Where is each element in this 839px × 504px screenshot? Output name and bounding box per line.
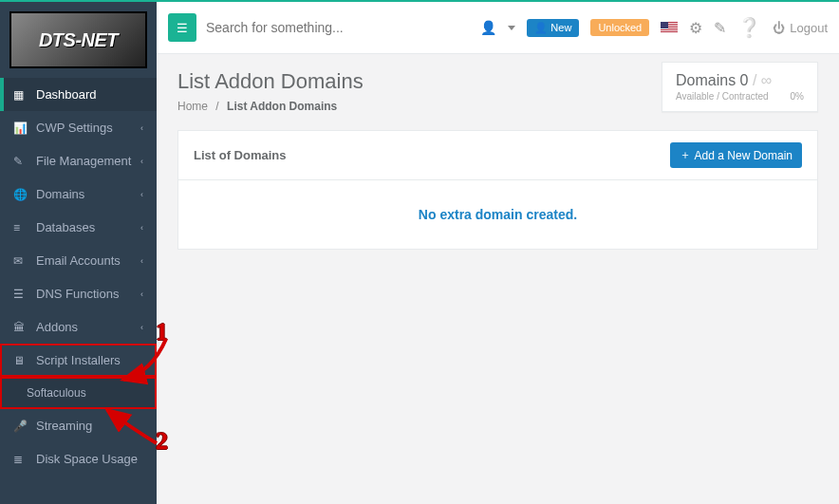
building-icon: 🏛	[13, 321, 28, 334]
sidebar-item-label: File Management	[36, 154, 131, 168]
breadcrumb: Home / List Addon Domains	[177, 100, 364, 113]
mail-icon: ✉	[13, 254, 28, 268]
flag-us-icon[interactable]	[661, 22, 678, 33]
sidebar-item-label: Softaculous	[27, 386, 86, 400]
globe-icon: 🌐	[13, 188, 28, 201]
sidebar-item-dns-functions[interactable]: ☰ DNS Functions ‹	[0, 277, 157, 310]
new-button-label: New	[550, 22, 571, 33]
sidebar-item-domains[interactable]: 🌐 Domains ‹	[0, 177, 157, 211]
domains-panel: List of Domains ＋ Add a New Domain No ex…	[177, 130, 818, 250]
empty-message: No extra domain created.	[194, 207, 802, 222]
domains-count: 0	[740, 72, 749, 88]
brush-icon[interactable]: ✎	[714, 19, 726, 37]
edit-icon: ✎	[13, 155, 28, 168]
infinity-icon: ∞	[761, 72, 772, 88]
panel-body: No extra domain created.	[178, 180, 817, 249]
breadcrumb-separator: /	[215, 100, 218, 113]
chevron-left-icon: ‹	[140, 123, 143, 133]
user-icon[interactable]: 👤	[480, 20, 496, 35]
topbar-right: 👤 👤 New Unlocked ⚙ ✎ ❔ ⏻ Logout	[480, 16, 828, 39]
bars-icon: ☰	[177, 21, 188, 35]
domains-percent: 0%	[791, 91, 804, 102]
sidebar-item-label: Dashboard	[36, 87, 97, 102]
available-contracted-label: Available / Contracted	[676, 91, 769, 102]
panel-title: List of Domains	[194, 148, 287, 162]
page-header: List Addon Domains Home / List Addon Dom…	[157, 54, 839, 124]
domains-label: Domains	[676, 72, 736, 88]
help-icon[interactable]: ❔	[737, 16, 761, 39]
domains-card-sub: Available / Contracted 0%	[676, 91, 804, 102]
list-icon: ☰	[13, 288, 28, 301]
plus-icon: ＋	[680, 147, 691, 163]
unlocked-label: Unlocked	[598, 22, 642, 33]
sidebar-item-label: Disk Space Usage	[36, 452, 138, 466]
app-window: DTS-NET ▦ Dashboard 📊 CWP Settings ‹ ✎ F…	[0, 0, 839, 504]
breadcrumb-home[interactable]: Home	[177, 100, 208, 113]
add-domain-button[interactable]: ＋ Add a New Domain	[670, 142, 802, 168]
user-plus-icon: 👤	[534, 22, 548, 34]
arrow-2	[100, 405, 166, 453]
page-header-left: List Addon Domains Home / List Addon Dom…	[177, 69, 364, 113]
unlocked-button[interactable]: Unlocked	[590, 19, 649, 36]
sidebar-item-label: CWP Settings	[36, 121, 113, 135]
arrow-1	[114, 334, 180, 386]
domains-card-title: Domains 0 / ∞	[676, 72, 804, 89]
sidebar-item-label: Script Installers	[36, 353, 121, 367]
logout-button[interactable]: ⏻ Logout	[773, 21, 828, 35]
chevron-left-icon: ‹	[140, 323, 143, 332]
sidebar-item-label: DNS Functions	[36, 287, 119, 301]
brand-logo: DTS-NET	[9, 11, 147, 68]
breadcrumb-current: List Addon Domains	[227, 100, 337, 113]
sidebar-item-dashboard[interactable]: ▦ Dashboard	[0, 78, 157, 111]
panel-header: List of Domains ＋ Add a New Domain	[178, 131, 817, 180]
domains-summary-card: Domains 0 / ∞ Available / Contracted 0%	[662, 62, 818, 112]
page-title: List Addon Domains	[177, 69, 364, 94]
sidebar-item-label: Email Accounts	[36, 253, 121, 268]
toggle-sidebar-button[interactable]: ☰	[168, 13, 196, 42]
domains-separator: /	[753, 72, 756, 88]
sidebar-item-file-management[interactable]: ✎ File Management ‹	[0, 144, 157, 177]
chevron-left-icon: ‹	[140, 256, 143, 266]
monitor-icon: 🖥	[13, 354, 28, 367]
chevron-left-icon: ‹	[140, 223, 143, 233]
main-area: ☰ 👤 👤 New Unlocked ⚙ ✎ ❔ ⏻ Logou	[157, 2, 839, 504]
topbar: ☰ 👤 👤 New Unlocked ⚙ ✎ ❔ ⏻ Logou	[157, 2, 839, 54]
chevron-left-icon: ‹	[140, 157, 143, 166]
grid-icon: ▦	[13, 88, 28, 102]
share-icon[interactable]: ⚙	[689, 19, 702, 37]
sidebar-item-cwp-settings[interactable]: 📊 CWP Settings ‹	[0, 111, 157, 144]
bars-icon: 📊	[13, 121, 28, 135]
sidebar-item-label: Domains	[36, 187, 84, 201]
search-input[interactable]	[206, 20, 377, 35]
database-icon: ≡	[13, 221, 28, 234]
sidebar-item-label: Databases	[36, 220, 95, 234]
microphone-icon: 🎤	[13, 420, 28, 433]
caret-down-icon[interactable]	[508, 26, 515, 30]
logo-wrap: DTS-NET	[0, 2, 157, 78]
sidebar-item-label: Streaming	[36, 419, 92, 433]
chevron-left-icon: ‹	[140, 190, 143, 199]
chevron-left-icon: ‹	[140, 289, 143, 299]
power-icon: ⏻	[773, 21, 785, 35]
disk-icon: ≣	[13, 453, 28, 466]
logout-label: Logout	[790, 21, 828, 35]
sidebar-item-label: Addons	[36, 320, 78, 334]
add-domain-label: Add a New Domain	[695, 149, 792, 162]
new-button[interactable]: 👤 New	[527, 19, 579, 37]
sidebar-item-databases[interactable]: ≡ Databases ‹	[0, 211, 157, 244]
sidebar-item-email-accounts[interactable]: ✉ Email Accounts ‹	[0, 244, 157, 277]
